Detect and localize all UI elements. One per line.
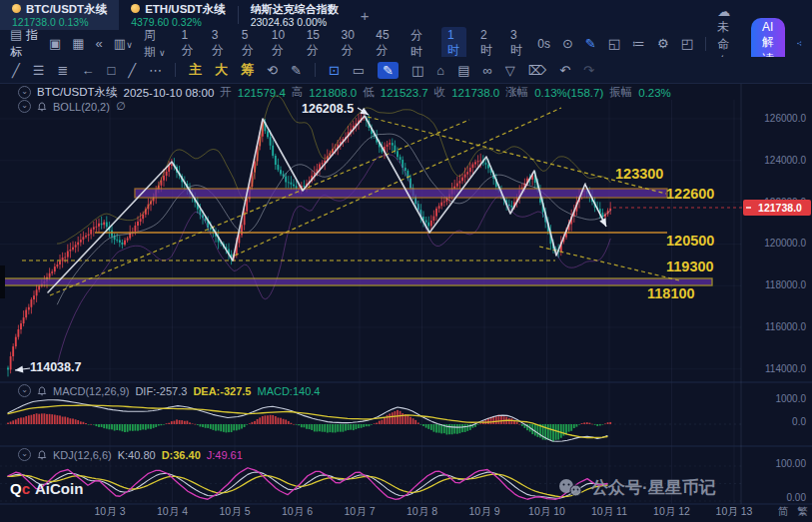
timeframe-30m[interactable]: 30分	[338, 27, 362, 60]
tab-price: 23024.63	[251, 16, 295, 28]
compare-icon[interactable]: ◫	[411, 63, 423, 78]
close-label: 收	[434, 85, 446, 100]
undo-icon[interactable]: ↶	[559, 63, 570, 78]
rewind-icon[interactable]: «	[96, 36, 103, 51]
boll-label: BOLL(20,2)	[53, 101, 110, 113]
tab-change: 0.00%	[297, 16, 327, 28]
price-level-label: 118100	[647, 285, 695, 301]
aicoin-logo-mark: Qc	[10, 480, 30, 497]
more-tools-icon[interactable]: ⋯	[149, 63, 162, 78]
btc-coin-icon	[12, 4, 21, 13]
alert-bell-icon[interactable]	[37, 386, 47, 396]
open-label: 开	[220, 85, 232, 100]
volume-icon[interactable]: ▥∨	[114, 36, 133, 51]
timeframe-1h[interactable]: 1时	[441, 27, 466, 60]
collapse-chevron-icon[interactable]: ⌄	[18, 100, 31, 113]
collapse-chevron-icon[interactable]: ⌄	[18, 448, 31, 461]
replay-icon[interactable]: ⟲	[267, 63, 278, 78]
alert-bell-icon[interactable]	[37, 102, 47, 112]
wechat-icon	[557, 478, 583, 498]
main-chart-button[interactable]: 主	[189, 61, 202, 79]
eth-coin-icon	[131, 4, 140, 13]
price-level-label: 122600	[666, 186, 714, 202]
timeframe-3m[interactable]: 3分	[209, 27, 228, 60]
tab-eth-usdt[interactable]: ETH/USDT永续 4379.60 0.32%	[119, 0, 238, 30]
collapse-chevron-icon[interactable]: ⌄	[18, 86, 31, 99]
briefcase-icon[interactable]: ▣	[49, 36, 61, 51]
timeframe-3h[interactable]: 3时	[507, 27, 526, 60]
eye-hide-icon[interactable]: ∅	[116, 100, 126, 113]
tab-nasdaq[interactable]: 纳斯达克综合指数 23024.63 0.00%	[239, 0, 351, 30]
brush-tool-active-icon[interactable]: ✎	[378, 62, 399, 79]
collapsed-panel-handle[interactable]	[0, 265, 5, 298]
add-tab-button[interactable]: +	[351, 7, 380, 24]
trendlines-layer	[50, 108, 679, 295]
timeframe-45m[interactable]: 45分	[373, 27, 397, 60]
kline-style-icon[interactable]: ▦	[72, 36, 84, 51]
main-toolbar: ▤ 指标 ▣ ▦ « ▥∨ 周期 ∨ 1分 3分 5分 10分 15分 30分 …	[0, 30, 812, 57]
x-axis-label: 10月 11	[583, 505, 635, 519]
high-value: 121808.0	[309, 87, 357, 99]
pencil-icon[interactable]: ✎	[585, 36, 596, 51]
lock-icon[interactable]: ⌂	[436, 63, 444, 78]
x-axis-label: 10月 10	[521, 505, 573, 519]
horizontal-lines-icon[interactable]: ≣	[57, 63, 68, 78]
kdj-layer	[8, 468, 607, 500]
select-box-icon[interactable]: ⊡	[329, 63, 340, 78]
x-axis-label: 10月 6	[272, 505, 324, 519]
trendline-tool-icon[interactable]: ╱	[12, 63, 20, 78]
x-axis-label: 10月 7	[334, 505, 386, 519]
amplitude-label: 振幅	[609, 85, 632, 100]
ray-tool-icon[interactable]: ╱	[128, 63, 136, 78]
camera-icon[interactable]: ⊙	[562, 36, 573, 51]
zigzag-annotation-layer	[48, 116, 606, 292]
close-value: 121738.0	[451, 87, 499, 99]
list-settings-icon[interactable]: ≔	[632, 36, 645, 51]
ohlc-info-bar: ⌄ BTC/USDT永续 2025-10-10 08:00 开121579.4 …	[18, 85, 671, 100]
tab-symbol: BTC/USDT永续	[26, 3, 107, 15]
price-level-label: 119300	[666, 259, 714, 274]
alert-bell-icon[interactable]	[37, 450, 47, 460]
ruler-icon[interactable]: ▭	[353, 63, 365, 78]
low-value: 121523.7	[381, 87, 428, 99]
parallel-channel-icon[interactable]: ☰	[33, 63, 45, 78]
trash-icon[interactable]: ⌦	[528, 63, 546, 78]
high-label: 高	[292, 85, 304, 100]
language-toggle[interactable]: 简 繁	[778, 505, 808, 519]
rectangle-tool-icon[interactable]: □	[107, 63, 115, 78]
open-value: 121579.4	[238, 87, 286, 99]
share-icon[interactable]	[797, 37, 802, 50]
period-dropdown[interactable]: 周期 ∨	[144, 27, 168, 61]
session-low-label: 114038.7	[30, 360, 81, 374]
redo-icon[interactable]: ↷	[583, 63, 594, 78]
kdj-indicator-row: ⌄ KDJ(12,6,6) K:40.80 D:36.40 J:49.61	[18, 448, 243, 461]
indicator-icon[interactable]: ▤ 指标	[10, 27, 38, 61]
timeframe-5m[interactable]: 5分	[239, 27, 258, 60]
current-price-value: 121738.0	[758, 202, 802, 214]
collapse-chevron-icon[interactable]: ⌄	[18, 384, 31, 397]
x-axis-label: 10月 8	[397, 505, 448, 519]
info-symbol: BTC/USDT永续	[37, 85, 118, 100]
gear-icon[interactable]: ⚙	[657, 36, 669, 51]
traditional-toggle[interactable]: 繁	[798, 505, 809, 519]
fullscreen-icon[interactable]: ◰	[681, 36, 693, 51]
boll-indicator-row: ⌄ BOLL(20,2) ∅	[18, 100, 125, 113]
note-icon[interactable]: ▤	[457, 63, 469, 78]
float-window-icon[interactable]: ◱	[608, 36, 620, 51]
change-value: 0.13%(158.7)	[534, 87, 603, 99]
macd-indicator-row: ⌄ MACD(12,26,9) DIF:-257.3 DEA:-327.5 MA…	[18, 384, 320, 397]
magnet-link-icon[interactable]: ∞	[482, 63, 491, 78]
timeframe-1m[interactable]: 1分	[179, 27, 198, 60]
timeframe-15m[interactable]: 15分	[304, 27, 328, 60]
tab-btc-usdt[interactable]: BTC/USDT永续 121738.0 0.13%	[0, 0, 119, 30]
simplified-toggle[interactable]: 简	[778, 505, 789, 519]
session-high-label: 126208.5	[302, 102, 354, 116]
filter-funnel-icon[interactable]: ▽	[505, 63, 515, 78]
arrow-tool-icon[interactable]: ←	[81, 63, 94, 78]
timeframe-2h[interactable]: 2时	[477, 27, 496, 60]
cursor-pen-icon[interactable]: ✎	[291, 63, 302, 78]
timeframe-10m[interactable]: 10分	[269, 27, 293, 60]
kdj-d-value: D:36.40	[162, 449, 201, 461]
large-chart-button[interactable]: 大	[215, 61, 228, 79]
chips-button[interactable]: 筹	[241, 61, 254, 79]
